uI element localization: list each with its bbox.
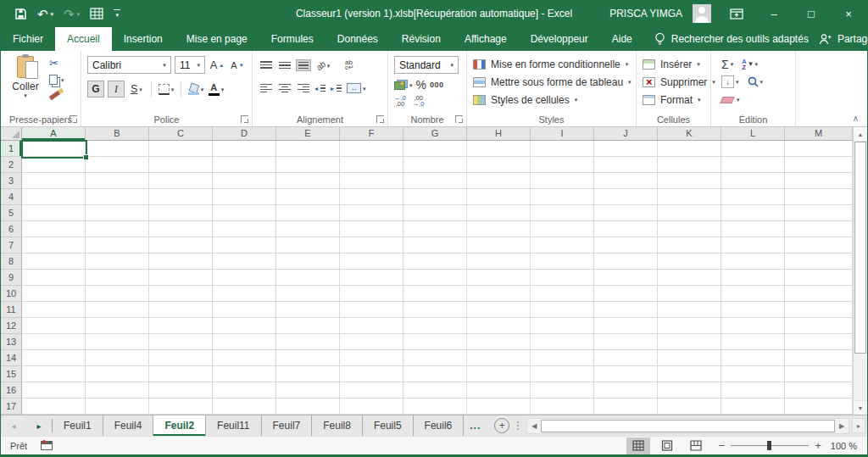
scroll-down-icon[interactable]: ▼ — [854, 400, 867, 415]
cell-C6[interactable] — [149, 221, 213, 237]
fill-color-button[interactable]: ▾ — [187, 81, 204, 98]
cell-K5[interactable] — [658, 205, 721, 221]
decrease-indent-icon[interactable]: ◂ — [314, 82, 327, 94]
row-header-12[interactable]: 12 — [1, 318, 22, 334]
cell-M15[interactable] — [785, 366, 853, 382]
new-sheet-button[interactable]: + — [494, 418, 509, 433]
cell-A11[interactable] — [22, 302, 86, 318]
cell-L6[interactable] — [721, 221, 785, 237]
cell-K4[interactable] — [658, 189, 721, 205]
cell-C7[interactable] — [149, 237, 213, 254]
cell-E3[interactable] — [276, 173, 340, 189]
cell-F17[interactable] — [340, 398, 403, 415]
cell-K7[interactable] — [658, 237, 721, 254]
row-header-13[interactable]: 13 — [1, 334, 22, 350]
cell-E6[interactable] — [276, 221, 340, 237]
cell-G17[interactable] — [403, 398, 467, 415]
cell-I13[interactable] — [531, 334, 594, 350]
column-header-M[interactable]: M — [785, 127, 853, 140]
bold-button[interactable]: G — [87, 81, 104, 98]
format-painter-icon[interactable] — [49, 91, 61, 101]
cell-D5[interactable] — [213, 205, 276, 221]
cell-M16[interactable] — [785, 382, 853, 398]
cell-C3[interactable] — [149, 173, 213, 189]
cell-F12[interactable] — [340, 318, 403, 334]
tab-révision[interactable]: Révision — [390, 27, 453, 51]
cell-K6[interactable] — [658, 221, 721, 237]
cell-D4[interactable] — [213, 189, 276, 205]
cell-H17[interactable] — [467, 398, 531, 415]
cell-L17[interactable] — [721, 398, 785, 415]
scroll-left-icon[interactable]: ◀ — [527, 422, 541, 430]
cell-C15[interactable] — [149, 366, 213, 382]
cell-H2[interactable] — [467, 157, 531, 173]
autosum-button[interactable]: Σ▾ — [721, 58, 733, 71]
cell-I7[interactable] — [531, 237, 594, 254]
align-middle-icon[interactable] — [277, 59, 292, 71]
cell-G7[interactable] — [403, 237, 467, 254]
orientation-button[interactable]: ab▾ — [314, 57, 331, 74]
cell-M4[interactable] — [785, 189, 853, 205]
cell-B12[interactable] — [86, 318, 149, 334]
cell-A7[interactable] — [22, 237, 86, 254]
cell-M10[interactable] — [785, 286, 853, 302]
cell-I12[interactable] — [531, 318, 594, 334]
cell-H9[interactable] — [467, 270, 531, 286]
tabbar-divider-handle[interactable] — [517, 421, 519, 430]
cell-J17[interactable] — [594, 398, 658, 415]
sheet-overflow-indicator[interactable]: ... — [464, 415, 487, 436]
cell-B11[interactable] — [86, 302, 149, 318]
cell-I4[interactable] — [531, 189, 594, 205]
align-bottom-icon[interactable] — [296, 59, 311, 71]
paste-dropdown-icon[interactable]: ▾ — [24, 92, 27, 98]
cell-G3[interactable] — [403, 173, 467, 189]
cell-A2[interactable] — [22, 157, 86, 173]
cell-K15[interactable] — [658, 366, 721, 382]
underline-button[interactable]: S▾ — [128, 81, 145, 98]
tab-développeur[interactable]: Développeur — [519, 27, 600, 51]
spreadsheet-icon[interactable] — [90, 8, 103, 20]
cell-D3[interactable] — [213, 173, 276, 189]
save-icon[interactable] — [14, 8, 27, 20]
column-header-F[interactable]: F — [340, 127, 403, 140]
sheet-nav-left-icon[interactable]: ◂ — [1, 415, 26, 436]
column-header-G[interactable]: G — [403, 127, 467, 140]
cell-B5[interactable] — [86, 205, 149, 221]
cell-C11[interactable] — [149, 302, 213, 318]
sheet-tab-feuil6[interactable]: Feuil6 — [414, 415, 465, 436]
cell-L2[interactable] — [721, 157, 785, 173]
fill-button[interactable]: ↓▾ — [721, 75, 739, 88]
cell-A5[interactable] — [22, 205, 86, 221]
cell-G4[interactable] — [403, 189, 467, 205]
cell-L12[interactable] — [721, 318, 785, 334]
cell-H14[interactable] — [467, 350, 531, 366]
comma-style-button[interactable]: 000 — [430, 81, 444, 89]
row-header-6[interactable]: 6 — [1, 221, 22, 237]
paste-button[interactable]: Coller ▾ — [7, 55, 44, 109]
cell-B2[interactable] — [86, 157, 149, 173]
cell-F1[interactable] — [340, 141, 403, 157]
row-header-16[interactable]: 16 — [1, 382, 22, 398]
page-layout-view-button[interactable] — [655, 437, 679, 454]
column-header-B[interactable]: B — [86, 127, 149, 140]
clipboard-dialog-launcher-icon[interactable] — [70, 115, 77, 123]
cell-B9[interactable] — [86, 270, 149, 286]
cell-E16[interactable] — [276, 382, 340, 398]
scroll-right-edge-icon[interactable]: ▸ — [852, 418, 865, 433]
cell-J10[interactable] — [594, 286, 658, 302]
cell-E2[interactable] — [276, 157, 340, 173]
italic-button[interactable]: I — [108, 81, 125, 98]
cell-M8[interactable] — [785, 254, 853, 270]
select-all-corner[interactable] — [1, 127, 22, 140]
cell-A6[interactable] — [22, 221, 86, 237]
alignment-dialog-launcher-icon[interactable] — [376, 115, 384, 123]
cell-L7[interactable] — [721, 237, 785, 254]
column-header-L[interactable]: L — [721, 127, 785, 140]
cell-C12[interactable] — [149, 318, 213, 334]
cell-D17[interactable] — [213, 398, 276, 415]
cell-B8[interactable] — [86, 254, 149, 270]
cell-J3[interactable] — [594, 173, 658, 189]
cell-B14[interactable] — [86, 350, 149, 366]
cell-J8[interactable] — [594, 254, 658, 270]
cell-J5[interactable] — [594, 205, 658, 221]
